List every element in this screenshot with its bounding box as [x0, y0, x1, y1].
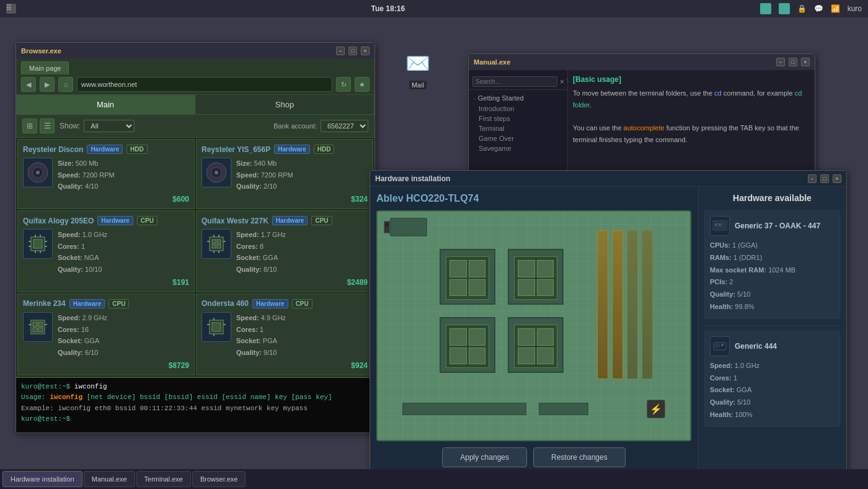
product-price-1: $324 [236, 195, 368, 204]
bookmark-button[interactable]: ★ [355, 77, 370, 92]
grid-view-button[interactable]: ⊞ [22, 119, 37, 133]
product-tag-hdd-0: HDD [126, 145, 148, 154]
taskbar-bottom: Hardware installation Manual.exe Termina… [0, 469, 868, 489]
hw-maximize-button[interactable]: □ [820, 174, 829, 183]
product-specs-0: Size: 500 Mb Speed: 7200 RPM Quality: 4/… [58, 158, 189, 204]
product-tag-hardware-2: Hardware [97, 216, 133, 225]
hw-item-header-1: Generic 444 [710, 336, 835, 356]
shop-nav-button[interactable]: Shop [195, 95, 374, 114]
manual-item-first-steps[interactable]: First steps [469, 114, 567, 123]
minimize-button[interactable]: − [336, 47, 345, 55]
manual-close-button[interactable]: × [801, 58, 810, 66]
maximize-button[interactable]: □ [348, 47, 357, 55]
product-card-0[interactable]: Reysteler Discon Hardware HDD Size: 500 … [17, 139, 195, 209]
hw-divider [704, 325, 840, 326]
product-price-0: $600 [58, 195, 189, 204]
product-icon-0 [23, 158, 53, 187]
mail-desktop-icon[interactable]: ✉️ Mail [403, 48, 433, 89]
manual-minimize-button[interactable]: − [776, 58, 785, 66]
hw-item-icon-0 [710, 216, 730, 236]
hw-minimize-button[interactable]: − [808, 174, 817, 183]
filter-select[interactable]: All Hardware Software [84, 120, 135, 132]
hw-item-0[interactable]: Generic 37 - OAAK - 447 CPUs: 1 (GGA) RA… [704, 210, 840, 319]
svg-rect-37 [223, 324, 226, 325]
svg-rect-15 [40, 251, 41, 253]
hw-item-1[interactable]: Generic 444 Speed: 1.0 GHz Cores: 1 Sock… [704, 331, 840, 427]
svg-rect-14 [35, 251, 36, 253]
hw-close-button[interactable]: × [833, 174, 841, 183]
taskbar-item-browser[interactable]: Browser.exe [192, 471, 246, 487]
refresh-button[interactable]: ↻ [336, 77, 351, 92]
manual-maximize-button[interactable]: □ [789, 58, 797, 66]
manual-item-game-over[interactable]: Game Over [469, 133, 567, 143]
tab-main-page[interactable]: Main page [21, 61, 69, 74]
product-card-1[interactable]: Reysteler YIS_656P Hardware HDD Size: 54… [196, 139, 373, 209]
bank-select[interactable]: 6562227 [321, 120, 368, 132]
product-body-5: Speed: 4.9 GHz Cores: 1 Socket: PGA Qual… [202, 312, 368, 370]
sys-icon-2 [779, 3, 790, 14]
forward-button[interactable]: ▶ [40, 77, 55, 92]
manual-item-terminal[interactable]: Terminal [469, 123, 567, 133]
hw-item-name-0: Generic 37 - OAAK - 447 [735, 222, 820, 230]
home-button[interactable]: ⌂ [58, 77, 73, 92]
hw-board: ⚡ [376, 210, 691, 441]
main-nav-button[interactable]: Main [16, 95, 195, 114]
mb-cpu-socket-3 [440, 317, 495, 373]
product-tag-hardware-0: Hardware [87, 145, 123, 154]
apply-changes-button[interactable]: Apply changes [442, 447, 527, 467]
svg-rect-44 [714, 230, 726, 231]
product-spec-row-1: Size: 540 Mb Speed: 7200 RPM Quality: 2/… [236, 158, 368, 192]
product-header-5: Ondersta 460 Hardware CPU [202, 299, 368, 308]
manual-title: Manual.exe [474, 58, 510, 66]
taskbar-item-hardware-installation[interactable]: Hardware installation [2, 471, 82, 487]
terminal-line-1: kuro@test:~$ iwconfig [21, 382, 370, 393]
hardware-installation-window: Hardware installation − □ × Ablev HCO220… [370, 170, 847, 474]
lock-icon: 🔒 [797, 4, 807, 13]
close-button[interactable]: × [361, 47, 370, 55]
manual-item-savegame[interactable]: Savegame [469, 143, 567, 153]
svg-rect-33 [45, 324, 47, 325]
product-header-1: Reysteler YIS_656P Hardware HDD [202, 145, 368, 154]
product-header-3: Quifax Westv 227K Hardware CPU [202, 216, 368, 225]
manual-item-introduction[interactable]: Introduction [469, 104, 567, 114]
product-specs-2: Speed: 1.0 GHz Cores: 1 Socket: NGA Qual… [58, 229, 189, 287]
product-card-2[interactable]: Quifax Alogy 205EO Hardware CPU Speed: 1… [17, 210, 195, 292]
taskbar-item-terminal[interactable]: Terminal.exe [136, 471, 191, 487]
restore-changes-button[interactable]: Restore changes [533, 447, 626, 467]
url-input[interactable] [77, 77, 332, 92]
clock: Tue 18:16 [371, 4, 405, 13]
svg-rect-43 [719, 223, 721, 226]
search-clear-icon[interactable]: × [560, 78, 564, 86]
manual-search-input[interactable] [472, 76, 557, 87]
svg-rect-19 [212, 244, 216, 248]
terminal-area: kuro@test:~$ iwconfig Usage: iwconfig [n… [16, 377, 374, 433]
product-price-2: $191 [58, 278, 189, 287]
product-icon-3 [202, 229, 231, 259]
svg-rect-16 [210, 237, 223, 251]
product-specs-5: Speed: 4.9 GHz Cores: 1 Socket: PGA Qual… [236, 312, 368, 370]
hw-sidebar: Hardware available Generic 37 - OAAK - 4… [698, 187, 846, 473]
svg-rect-8 [29, 241, 31, 242]
mb-cpu-socket-1 [440, 249, 495, 305]
svg-rect-46 [715, 344, 720, 348]
product-card-4[interactable]: Merinke 234 Hardware CPU Speed: 2.9 GHz … [17, 294, 195, 375]
svg-rect-23 [213, 235, 215, 237]
product-tag-hardware-4: Hardware [69, 299, 105, 308]
wifi-icon: 📶 [831, 4, 840, 13]
product-card-5[interactable]: Ondersta 460 Hardware CPU Speed: 4.9 GHz… [196, 294, 373, 375]
product-card-3[interactable]: Quifax Westv 227K Hardware CPU Speed: 1.… [196, 210, 373, 292]
app-grid-icon[interactable]: ⠿ [6, 4, 16, 14]
product-header-0: Reysteler Discon Hardware HDD [23, 145, 189, 154]
svg-rect-36 [207, 324, 210, 325]
taskbar-item-manual[interactable]: Manual.exe [84, 471, 135, 487]
svg-rect-31 [38, 328, 43, 332]
sys-icon-1 [760, 3, 771, 14]
shop-nav: Main Shop [16, 95, 374, 115]
product-body-4: Speed: 2.9 GHz Cores: 16 Socket: GGA Qua… [23, 312, 189, 370]
shop-toolbar: ⊞ ☰ Show: All Hardware Software Bank acc… [16, 115, 374, 138]
back-button[interactable]: ◀ [21, 77, 36, 92]
product-spec-row: Size: 500 Mb Speed: 7200 RPM Quality: 4/… [58, 158, 189, 192]
list-view-button[interactable]: ☰ [40, 119, 55, 133]
svg-rect-10 [45, 241, 47, 242]
svg-rect-11 [45, 246, 47, 247]
